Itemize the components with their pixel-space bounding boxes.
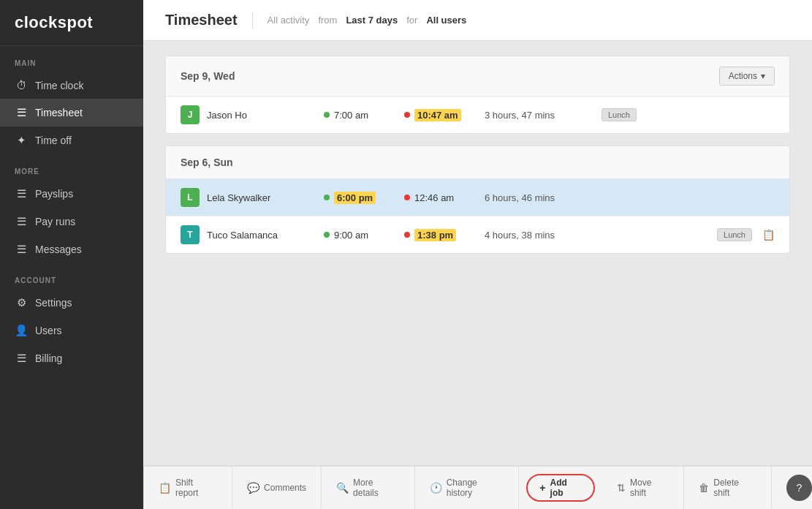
messages-icon: ☰ bbox=[15, 243, 28, 256]
clock-out: 12:46 am bbox=[404, 192, 485, 203]
add-job-icon: + bbox=[539, 482, 545, 494]
sidebar-item-label: Settings bbox=[35, 297, 72, 309]
more-details-icon: 🔍 bbox=[336, 482, 349, 494]
sidebar-item-label: Timesheet bbox=[35, 107, 83, 118]
filter-period[interactable]: Last 7 days bbox=[346, 15, 398, 26]
time-off-icon: ✦ bbox=[15, 134, 28, 147]
sidebar-item-label: Time off bbox=[35, 135, 72, 146]
sidebar-section-main: MAIN bbox=[0, 46, 143, 72]
clock-in-time: 9:00 am bbox=[334, 230, 368, 241]
clock-in-time: 7:00 am bbox=[334, 110, 368, 121]
duration: 3 hours, 47 mins bbox=[485, 110, 602, 121]
comments-icon: 💬 bbox=[247, 482, 259, 494]
user-name: Jason Ho bbox=[207, 110, 324, 121]
clock-out-dot bbox=[404, 195, 410, 200]
shift-report-button[interactable]: 📋 Shift report bbox=[143, 467, 232, 509]
change-history-button[interactable]: 🕐 Change history bbox=[415, 467, 520, 509]
payslips-icon: ☰ bbox=[15, 187, 28, 200]
clock-out-time: 12:46 am bbox=[414, 192, 454, 203]
table-row[interactable]: J Jason Ho 7:00 am 10:47 am 3 hours, 47 … bbox=[166, 97, 789, 133]
clock-in-dot bbox=[324, 112, 330, 118]
app-logo: clockspot bbox=[0, 0, 143, 46]
avatar: L bbox=[181, 188, 200, 207]
timesheet-icon: ☰ bbox=[15, 106, 28, 119]
clock-out-time: 1:38 pm bbox=[414, 229, 456, 241]
main-header: Timesheet All activity from Last 7 days … bbox=[143, 0, 812, 41]
date-group-sep6: Sep 6, Sun L Lela Skywalker 6:00 pm 12:4… bbox=[165, 146, 790, 254]
sidebar: clockspot MAIN ⏱ Time clock ☰ Timesheet … bbox=[0, 0, 143, 509]
delete-shift-label: Delete shift bbox=[713, 478, 756, 498]
sidebar-item-label: Users bbox=[35, 325, 62, 336]
more-details-label: More details bbox=[353, 478, 400, 498]
duration: 4 hours, 38 mins bbox=[485, 230, 602, 241]
billing-icon: ☰ bbox=[15, 352, 28, 365]
bottom-bar: 📋 Shift report 💬 Comments 🔍 More details… bbox=[143, 465, 812, 509]
move-shift-label: Move shift bbox=[630, 478, 669, 498]
settings-icon: ⚙ bbox=[15, 296, 28, 309]
sidebar-item-timesheet[interactable]: ☰ Timesheet bbox=[0, 99, 143, 127]
sidebar-item-label: Billing bbox=[35, 352, 62, 364]
sidebar-item-time-clock[interactable]: ⏱ Time clock bbox=[0, 72, 143, 99]
duration: 6 hours, 46 mins bbox=[485, 192, 602, 203]
user-name: Lela Skywalker bbox=[207, 192, 324, 203]
clock-out: 1:38 pm bbox=[404, 229, 485, 241]
sidebar-item-label: Payslips bbox=[35, 188, 73, 200]
add-job-label: Add job bbox=[550, 478, 582, 498]
comments-label: Comments bbox=[264, 483, 306, 493]
actions-button-sep9[interactable]: Actions ▾ bbox=[719, 67, 775, 86]
chevron-down-icon: ▾ bbox=[761, 71, 765, 81]
sidebar-item-time-off[interactable]: ✦ Time off bbox=[0, 127, 143, 154]
notes-icon[interactable]: 📋 bbox=[762, 229, 775, 241]
filter-users[interactable]: All users bbox=[426, 15, 466, 26]
tag-badge: Lunch bbox=[717, 228, 752, 241]
help-icon: ? bbox=[796, 482, 802, 494]
sidebar-item-users[interactable]: 👤 Users bbox=[0, 317, 143, 344]
sidebar-section-account: ACCOUNT bbox=[0, 263, 143, 289]
table-row[interactable]: T Tuco Salamanca 9:00 am 1:38 pm 4 hours… bbox=[166, 216, 789, 253]
clock-in: 6:00 pm bbox=[324, 192, 404, 204]
filter-from-text: from bbox=[318, 15, 337, 26]
table-row[interactable]: L Lela Skywalker 6:00 pm 12:46 am 6 hour… bbox=[166, 179, 789, 216]
sidebar-item-pay-runs[interactable]: ☰ Pay runs bbox=[0, 208, 143, 235]
clock-out-dot bbox=[404, 232, 410, 238]
clock-out-dot bbox=[404, 112, 410, 118]
header-divider bbox=[252, 12, 253, 29]
change-history-label: Change history bbox=[447, 478, 504, 498]
sidebar-item-messages[interactable]: ☰ Messages bbox=[0, 235, 143, 263]
time-clock-icon: ⏱ bbox=[15, 79, 28, 91]
date-header-sep6: Sep 6, Sun bbox=[166, 146, 789, 179]
change-history-icon: 🕐 bbox=[430, 482, 442, 494]
user-name: Tuco Salamanca bbox=[207, 230, 324, 241]
date-label: Sep 6, Sun bbox=[181, 157, 233, 168]
sidebar-item-billing[interactable]: ☰ Billing bbox=[0, 344, 143, 372]
main-content: Timesheet All activity from Last 7 days … bbox=[143, 0, 812, 509]
shift-report-icon: 📋 bbox=[159, 482, 171, 494]
move-shift-icon: ⇅ bbox=[617, 482, 626, 494]
sidebar-item-label: Time clock bbox=[35, 80, 83, 91]
date-group-sep9: Sep 9, Wed Actions ▾ J Jason Ho 7:00 am bbox=[165, 56, 790, 134]
avatar: J bbox=[181, 105, 200, 124]
add-job-button[interactable]: + Add job bbox=[526, 474, 595, 502]
delete-shift-button[interactable]: 🗑 Delete shift bbox=[684, 467, 771, 509]
comments-button[interactable]: 💬 Comments bbox=[232, 467, 322, 509]
date-label: Sep 9, Wed bbox=[181, 70, 235, 82]
sidebar-section-more: MORE bbox=[0, 154, 143, 180]
pay-runs-icon: ☰ bbox=[15, 215, 28, 228]
clock-in: 9:00 am bbox=[324, 230, 404, 241]
delete-shift-icon: 🗑 bbox=[699, 482, 709, 494]
clock-in-time: 6:00 pm bbox=[334, 192, 376, 204]
sidebar-item-label: Messages bbox=[35, 244, 82, 255]
move-shift-button[interactable]: ⇅ Move shift bbox=[602, 467, 684, 509]
clock-in-dot bbox=[324, 195, 330, 200]
clock-in: 7:00 am bbox=[324, 110, 404, 121]
page-title: Timesheet bbox=[165, 12, 238, 29]
sidebar-item-settings[interactable]: ⚙ Settings bbox=[0, 289, 143, 317]
clock-out: 10:47 am bbox=[404, 109, 485, 121]
more-details-button[interactable]: 🔍 More details bbox=[322, 467, 415, 509]
filter-activity-label: All activity bbox=[267, 15, 310, 26]
sidebar-item-label: Pay runs bbox=[35, 216, 75, 227]
filter-for-text: for bbox=[406, 15, 417, 26]
sidebar-item-payslips[interactable]: ☰ Payslips bbox=[0, 180, 143, 208]
date-header-sep9: Sep 9, Wed Actions ▾ bbox=[166, 56, 789, 97]
help-button[interactable]: ? bbox=[786, 475, 812, 501]
